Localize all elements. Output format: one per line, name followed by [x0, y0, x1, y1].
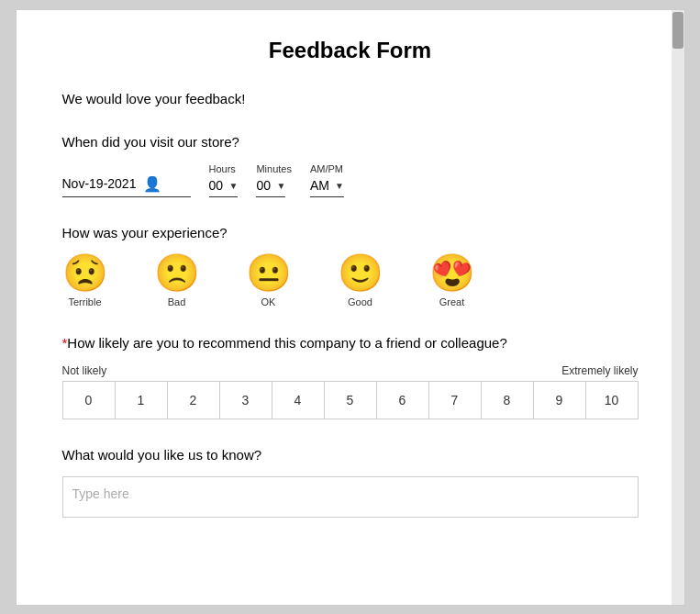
nps-cell-2[interactable]: 2	[168, 382, 220, 419]
scrollbar-thumb[interactable]	[672, 12, 683, 49]
minutes-select-wrapper[interactable]: 00153045 ▼	[256, 178, 285, 197]
nps-high-label: Extremely likely	[561, 364, 638, 377]
great-label: Great	[439, 296, 465, 307]
hours-group: Hours 00010203 04050607 08091011 12 ▼	[209, 163, 239, 197]
bad-label: Bad	[168, 296, 186, 307]
ampm-label: AM/PM	[310, 163, 343, 174]
visit-date-label: When did you visit our store?	[62, 134, 639, 150]
nps-section: *How likely are you to recommend this co…	[62, 335, 639, 419]
good-label: Good	[348, 296, 372, 307]
emoji-row: 😟 Terrible 🙁 Bad 😐 OK 🙂 Good 😍 Great	[62, 254, 639, 307]
rating-great[interactable]: 😍 Great	[429, 254, 475, 307]
form-title: Feedback Form	[62, 38, 639, 63]
nps-cell-0[interactable]: 0	[63, 382, 116, 419]
hours-dropdown-arrow: ▼	[229, 181, 239, 191]
nps-cell-4[interactable]: 4	[272, 382, 325, 419]
hours-select-wrapper[interactable]: 00010203 04050607 08091011 12 ▼	[209, 178, 239, 197]
great-emoji: 😍	[429, 254, 475, 291]
minutes-dropdown-arrow: ▼	[276, 181, 285, 191]
form-container: Feedback Form We would love your feedbac…	[16, 9, 685, 606]
experience-section: How was your experience? 😟 Terrible 🙁 Ba…	[62, 225, 639, 307]
ok-emoji: 😐	[246, 254, 292, 291]
ok-label: OK	[261, 296, 276, 307]
terrible-label: Terrible	[68, 296, 101, 307]
scrollbar[interactable]	[672, 10, 684, 605]
nps-cell-7[interactable]: 7	[429, 382, 482, 419]
experience-label: How was your experience?	[62, 225, 639, 240]
feedback-placeholder: Type here	[72, 486, 129, 501]
hours-label: Hours	[209, 163, 236, 174]
ampm-select-wrapper[interactable]: AMPM ▼	[310, 178, 344, 197]
terrible-emoji: 😟	[62, 254, 108, 291]
nps-cell-9[interactable]: 9	[534, 382, 586, 419]
nps-range-labels: Not likely Extremely likely	[62, 364, 639, 377]
nps-cell-1[interactable]: 1	[116, 382, 168, 419]
nps-cell-3[interactable]: 3	[220, 382, 272, 419]
rating-ok[interactable]: 😐 OK	[246, 254, 292, 307]
ampm-select[interactable]: AMPM	[310, 178, 333, 193]
feedback-input[interactable]: Type here	[62, 476, 639, 518]
subtitle: We would love your feedback!	[62, 91, 639, 106]
ampm-group: AM/PM AMPM ▼	[310, 163, 344, 197]
feedback-section: What would you like us to know? Type her…	[62, 447, 639, 518]
minutes-select[interactable]: 00153045	[256, 178, 274, 193]
date-value: Nov-19-2021	[62, 176, 137, 191]
minutes-label: Minutes	[256, 163, 292, 174]
rating-terrible[interactable]: 😟 Terrible	[62, 254, 108, 307]
datetime-row: Nov-19-2021 👤 Hours 00010203 04050607 08…	[62, 163, 639, 197]
hours-select[interactable]: 00010203 04050607 08091011 12	[209, 178, 228, 193]
date-field[interactable]: Nov-19-2021 👤	[62, 174, 191, 197]
bad-emoji: 🙁	[154, 254, 200, 291]
nps-cell-10[interactable]: 10	[586, 382, 638, 419]
minutes-group: Minutes 00153045 ▼	[256, 163, 292, 197]
rating-bad[interactable]: 🙁 Bad	[154, 254, 200, 307]
calendar-icon[interactable]: 👤	[143, 174, 161, 193]
nps-scale: 0 1 2 3 4 5 6 7 8 9 10	[62, 381, 639, 419]
rating-good[interactable]: 🙂 Good	[338, 254, 383, 307]
nps-label: *How likely are you to recommend this co…	[62, 335, 639, 351]
ampm-dropdown-arrow: ▼	[335, 181, 344, 191]
nps-cell-8[interactable]: 8	[482, 382, 534, 419]
good-emoji: 🙂	[338, 254, 383, 291]
nps-low-label: Not likely	[62, 364, 107, 377]
nps-cell-5[interactable]: 5	[325, 382, 377, 419]
nps-cell-6[interactable]: 6	[377, 382, 429, 419]
feedback-label: What would you like us to know?	[62, 447, 639, 463]
visit-date-section: When did you visit our store? Nov-19-202…	[62, 134, 639, 197]
